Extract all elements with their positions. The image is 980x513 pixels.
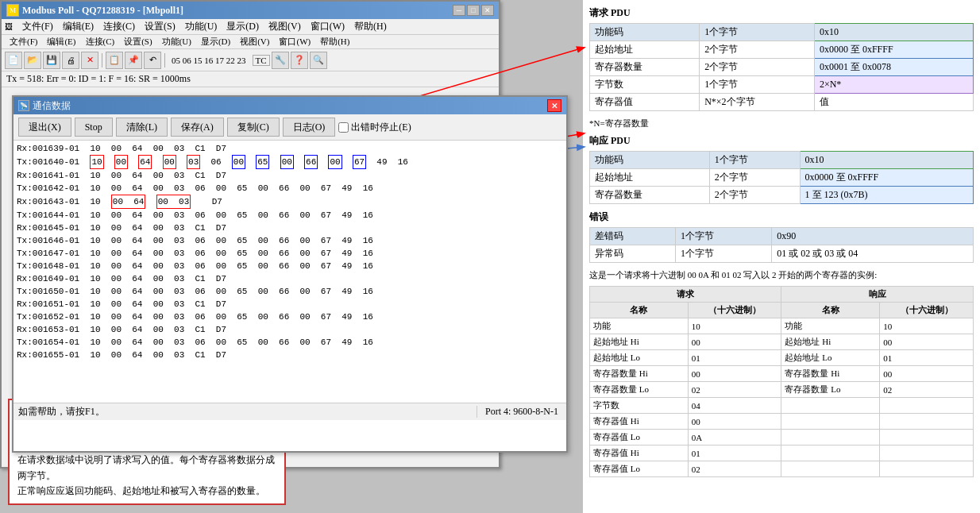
highlight-cell-3: 64 — [138, 155, 152, 169]
data-line-4: Tx:001642-01 10 00 64 00 03 06 00 65 00 … — [17, 182, 563, 195]
request-row-4: 寄存器值 N*×2个字节 值 — [590, 94, 974, 111]
example-r5-v2 — [880, 398, 974, 414]
req-name-3: 字节数 — [590, 76, 700, 94]
menu-setup[interactable]: 设置(S) — [140, 19, 180, 34]
comm-window: 📡 通信数据 ✕ 退出(X) Stop 清除(L) 保存(A) 复制(C) 日志… — [12, 95, 568, 453]
highlight-cell-4: 00 — [163, 155, 176, 169]
err-row-1: 异常码 1个字节 01 或 02 或 03 或 04 — [590, 245, 974, 263]
new-button[interactable]: 📄 — [5, 52, 22, 69]
sub-menu-help[interactable]: 帮助(H) — [315, 35, 354, 48]
save-button[interactable]: 💾 — [43, 52, 60, 69]
example-col-hex1: （十六进制） — [688, 303, 781, 318]
menu-file[interactable]: 文件(F) — [17, 19, 58, 34]
undo-button[interactable]: ↶ — [144, 52, 161, 69]
comm-title: 通信数据 — [33, 99, 71, 113]
example-col-name1: 名称 — [590, 303, 689, 318]
req-val-3: 2×N* — [814, 76, 973, 94]
delete-button[interactable]: ✕ — [81, 52, 98, 69]
data-line-10: Tx:001648-01 10 00 64 00 03 06 00 65 00 … — [17, 260, 563, 272]
main-title-bar: M Modbus Poll - QQ71288319 - [Mbpoll1] ─… — [2, 2, 499, 19]
status-port: Port 4: 9600-8-N-1 — [476, 406, 566, 418]
comm-icon: 📡 — [18, 100, 29, 111]
copy-button[interactable]: 📋 — [106, 52, 123, 69]
example-row-8: 寄存器值 Hi 01 — [590, 446, 974, 461]
app-icon: M — [6, 4, 19, 17]
sub-menu-function[interactable]: 功能(U) — [157, 35, 196, 48]
example-col-hex2: （十六进制） — [880, 303, 974, 318]
menu-connect[interactable]: 连接(C) — [98, 19, 140, 34]
example-r2-n2: 起始地址 Lo — [781, 350, 880, 366]
data-line-9: Tx:001647-01 10 00 64 00 03 06 00 65 00 … — [17, 247, 563, 260]
error-stop-checkbox[interactable]: 出错时停止(E) — [338, 121, 411, 134]
menu-view[interactable]: 视图(V) — [264, 19, 306, 34]
example-row-0: 功能 10 功能 10 — [590, 318, 974, 334]
exit-button[interactable]: 退出(X) — [18, 118, 71, 137]
example-row-5: 字节数 04 — [590, 398, 974, 414]
example-r4-n1: 寄存器数量 Lo — [590, 382, 689, 398]
data-line-8: Tx:001646-01 10 00 64 00 03 06 00 65 00 … — [17, 234, 563, 247]
comm-close-button[interactable]: ✕ — [547, 99, 561, 112]
example-r1-v1: 00 — [688, 334, 781, 350]
paste-button[interactable]: 📌 — [125, 52, 142, 69]
data-line-2: Tx:001640-01 10 00 64 00 03 06 00 65 00 … — [17, 155, 563, 169]
err-row-0: 差错码 1个字节 0x90 — [590, 228, 974, 245]
toolbar-icon1[interactable]: 🔧 — [272, 52, 289, 69]
sub-menu-file[interactable]: 文件(F) — [5, 35, 42, 48]
menu-display[interactable]: 显示(D) — [222, 19, 264, 34]
example-r5-n2 — [781, 398, 880, 414]
comm-title-bar: 📡 通信数据 ✕ — [14, 97, 566, 114]
data-line-7: Rx:001645-01 10 00 64 00 03 C1 D7 — [17, 222, 563, 234]
toolbar-numbers: 05 06 15 16 17 22 23 — [172, 56, 246, 65]
toolbar-icon2[interactable]: ❓ — [291, 52, 308, 69]
sub-menu-display[interactable]: 显示(D) — [196, 35, 235, 48]
sub-menu-connect[interactable]: 连接(C) — [81, 35, 120, 48]
data-area[interactable]: Rx:001639-01 10 00 64 00 03 C1 D7 Tx:001… — [14, 141, 566, 403]
example-table: 请求 响应 名称 （十六进制） 名称 （十六进制） 功能 10 功能 10 起始… — [589, 286, 974, 477]
sub-menu-setup[interactable]: 设置(S) — [119, 35, 156, 48]
highlight-cell-5: 03 — [187, 155, 200, 169]
example-r3-n1: 寄存器数量 Hi — [590, 366, 689, 382]
request-pdu-table: 功能码 1个字节 0x10 起始地址 2个字节 0x0000 至 0xFFFF … — [589, 23, 974, 111]
copy-comm-button[interactable]: 复制(C) — [227, 118, 280, 137]
req-name-1: 起始地址 — [590, 41, 700, 59]
resp-val-1: 0x0000 至 0xFFFF — [800, 169, 973, 187]
print-button[interactable]: 🖨 — [62, 52, 79, 69]
sub-menu-window[interactable]: 窗口(W) — [274, 35, 315, 48]
err-size-1: 1个字节 — [676, 245, 772, 263]
example-r7-n2 — [781, 430, 880, 446]
highlight-cell-11: 67 — [353, 155, 366, 169]
menu-function[interactable]: 功能(U) — [180, 19, 222, 34]
example-r5-n1: 字节数 — [590, 398, 689, 414]
open-button[interactable]: 📂 — [24, 52, 41, 69]
resp-row-2: 寄存器数量 2个字节 1 至 123 (0x7B) — [590, 187, 974, 204]
toolbar: 📄 📂 💾 🖨 ✕ 📋 📌 ↶ 05 06 15 16 17 22 23 TC … — [2, 49, 499, 71]
maximize-button[interactable]: □ — [467, 5, 480, 16]
stop-button[interactable]: Stop — [75, 118, 113, 137]
log-button[interactable]: 日志(O) — [283, 118, 336, 137]
sub-menu-edit[interactable]: 编辑(E) — [42, 35, 80, 48]
sub-menu-bar: 文件(F) 编辑(E) 连接(C) 设置(S) 功能(U) 显示(D) 视图(V… — [2, 35, 499, 49]
err-name-0: 差错码 — [590, 228, 676, 245]
example-r4-v2: 02 — [880, 382, 974, 398]
toolbar-icon3[interactable]: 🔍 — [310, 52, 327, 69]
comm-title-left: 📡 通信数据 — [18, 99, 71, 113]
resp-size-2: 2个字节 — [709, 187, 800, 204]
minimize-button[interactable]: ─ — [453, 5, 465, 16]
req-name-0: 功能码 — [590, 24, 700, 41]
close-button[interactable]: ✕ — [481, 5, 494, 16]
menu-help[interactable]: 帮助(H) — [349, 19, 392, 34]
request-note: *N=寄存器数量 — [589, 118, 974, 129]
err-size-0: 1个字节 — [676, 228, 772, 245]
sub-menu-view[interactable]: 视图(V) — [235, 35, 274, 48]
save-comm-button[interactable]: 保存(A) — [171, 118, 224, 137]
example-r6-v2 — [880, 414, 974, 430]
clear-button[interactable]: 清除(L) — [116, 118, 168, 137]
menu-edit[interactable]: 编辑(E) — [58, 19, 98, 34]
error-stop-input[interactable] — [338, 122, 349, 133]
example-r8-n1: 寄存器值 Hi — [590, 446, 689, 461]
menu-window[interactable]: 窗口(W) — [306, 19, 349, 34]
data-line-14: Tx:001652-01 10 00 64 00 03 06 00 65 00 … — [17, 310, 563, 323]
highlight-cell-7: 65 — [256, 155, 269, 169]
example-r0-v1: 10 — [688, 318, 781, 334]
example-header: 请求 响应 — [590, 287, 974, 303]
